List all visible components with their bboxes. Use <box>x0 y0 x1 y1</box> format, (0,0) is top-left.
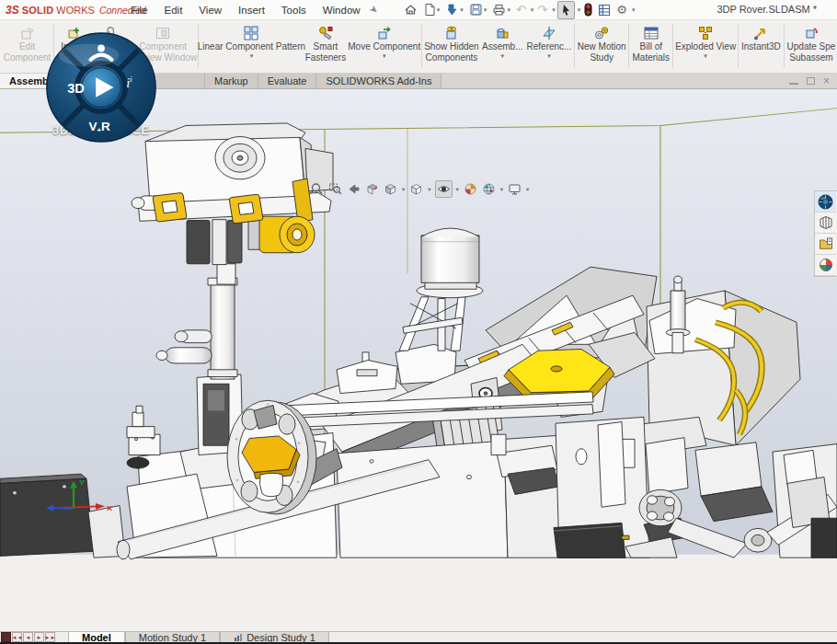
dropdown-arrow-icon[interactable]: ▾ <box>250 52 254 60</box>
3dexperience-compass-button[interactable]: 3D ii V+R <box>44 30 158 144</box>
edit-component-icon <box>19 24 36 41</box>
sheet-tab-navigation: ◄◄ ◄ ► ►► <box>0 632 55 642</box>
3dexperience-compass-icon[interactable] <box>815 191 836 213</box>
turret-disc[interactable] <box>227 400 316 514</box>
section-view-icon[interactable] <box>364 181 380 197</box>
dropdown-arrow-icon[interactable]: ▾ <box>383 52 386 60</box>
pin-menu-icon[interactable]: ➤ <box>367 3 381 17</box>
dropdown-arrow-icon[interactable]: ▾ <box>547 52 551 60</box>
first-tab-icon[interactable]: ◄◄ <box>12 632 22 642</box>
file-explorer-icon[interactable] <box>815 234 836 255</box>
ribbon-separator <box>574 24 575 68</box>
ribbon-separator <box>421 24 422 68</box>
dropdown-arrow-icon[interactable]: ▾ <box>500 186 503 193</box>
print-icon[interactable]: ▾ <box>490 1 512 19</box>
triad-x-label: X <box>107 503 112 512</box>
dropdown-arrow-icon[interactable]: ▾ <box>402 186 405 193</box>
update-speedpak-icon <box>803 24 820 41</box>
dropdown-arrow-icon[interactable]: ▾ <box>704 52 707 60</box>
bill-of-materials-icon <box>643 24 659 41</box>
instant3d-button[interactable]: Instant3D <box>740 23 783 52</box>
reference-geometry-icon <box>541 24 557 41</box>
linear-component-pattern-icon <box>243 24 259 41</box>
new-motion-study-icon <box>593 24 610 41</box>
task-pane <box>814 190 837 277</box>
heads-up-view-toolbar: ▾ ▾ ▾ ▾ ▾ <box>309 180 530 198</box>
appearances-scenes-icon[interactable] <box>815 255 836 276</box>
dropdown-arrow-icon[interactable]: ▾ <box>526 186 529 193</box>
view-settings-icon[interactable] <box>507 181 522 197</box>
hide-show-items-icon[interactable] <box>435 180 453 198</box>
solidworks-window: 3SSOLIDWORKSConnected File Edit View Ins… <box>0 0 837 644</box>
redo-icon: ↷ <box>535 1 549 19</box>
ribbon-separator <box>738 24 739 68</box>
previous-view-icon[interactable] <box>346 181 361 197</box>
view-orientation-icon[interactable] <box>383 181 398 197</box>
reference-geometry-button[interactable]: Referenc... ▾ <box>525 23 574 60</box>
restore-icon[interactable] <box>807 77 815 85</box>
menu-tools[interactable]: Tools <box>281 5 306 16</box>
home-icon[interactable] <box>402 1 419 19</box>
ribbon-separator <box>628 24 629 68</box>
edit-appearance-icon[interactable] <box>463 181 478 197</box>
dropdown-arrow-icon[interactable]: ▾ <box>501 52 505 60</box>
tab-splitter-handle[interactable] <box>1 632 11 642</box>
menu-file[interactable]: File <box>131 5 148 16</box>
instant3d-icon <box>752 24 769 41</box>
move-component-icon <box>376 24 393 41</box>
dropdown-arrow-icon[interactable]: ▾ <box>456 186 459 193</box>
title-bar: 3SSOLIDWORKSConnected File Edit View Ins… <box>0 0 837 20</box>
exploded-view-icon <box>697 24 714 41</box>
tab-markup[interactable]: Markup <box>205 74 258 88</box>
select-tool-icon[interactable] <box>557 1 575 19</box>
status-tab-bar: ◄◄ ◄ ► ►► Model Motion Study 1 Design St… <box>0 631 837 644</box>
close-icon[interactable]: × <box>823 77 830 86</box>
zoom-to-fit-icon[interactable] <box>309 181 325 197</box>
linear-component-pattern-button[interactable]: Linear Component Pattern ▾ <box>200 23 303 60</box>
update-speedpak-button[interactable]: Update SpeSubassem <box>785 23 837 63</box>
triad-y-label: Y <box>79 478 85 487</box>
save-icon[interactable]: ▾ <box>467 1 489 19</box>
zoom-to-area-icon[interactable] <box>327 181 343 197</box>
3ds-logo-icon: 3S <box>6 4 19 17</box>
move-component-button[interactable]: Move Component ▾ <box>348 23 420 60</box>
menu-edit[interactable]: Edit <box>165 5 183 16</box>
next-tab-icon[interactable]: ► <box>34 632 44 642</box>
compass-3d-label: 3D <box>67 81 85 96</box>
ribbon-separator <box>672 24 673 68</box>
tab-motion-study-1[interactable]: Motion Study 1 <box>125 632 220 642</box>
design-library-icon[interactable] <box>815 213 836 234</box>
assembly-features-button[interactable]: Assemb... ▾ <box>480 23 525 60</box>
options-gear-icon[interactable]: ⚙ <box>614 1 629 19</box>
minimize-icon[interactable] <box>789 78 798 85</box>
menu-bar: File Edit View Insert Tools Window <box>131 5 361 16</box>
dropdown-arrow-icon[interactable]: ▾ <box>428 186 430 193</box>
prev-tab-icon[interactable]: ◄ <box>23 632 33 642</box>
tab-model[interactable]: Model <box>68 632 125 642</box>
smart-fasteners-button[interactable]: SmartFasteners <box>304 23 349 63</box>
show-hidden-components-icon <box>443 24 460 41</box>
tab-design-study-1[interactable]: Design Study 1 <box>220 632 329 642</box>
apply-scene-icon[interactable] <box>481 181 497 197</box>
rebuild-table-icon[interactable] <box>596 1 613 19</box>
menu-insert[interactable]: Insert <box>238 5 265 16</box>
menu-view[interactable]: View <box>199 5 222 16</box>
new-document-icon[interactable]: ▾ <box>421 1 442 19</box>
solidworks-logo: 3SSOLIDWORKSConnected <box>6 4 123 17</box>
ribbon-separator <box>784 24 785 68</box>
open-document-icon[interactable]: ▾ <box>443 1 465 19</box>
document-title: 3DP Rover.SLDASM * <box>717 4 817 15</box>
tab-solidworks-addins[interactable]: SOLIDWORKS Add-Ins <box>316 74 441 88</box>
last-tab-icon[interactable]: ►► <box>45 632 55 642</box>
smart-fasteners-icon <box>317 24 334 41</box>
3d-viewport[interactable]: Y X ▾ ▾ ▾ ▾ ▾ <box>0 89 837 631</box>
document-window-controls: × <box>789 74 837 88</box>
display-style-icon[interactable] <box>408 181 424 197</box>
bill-of-materials-button[interactable]: Bill ofMaterials <box>630 23 671 63</box>
performance-stoplight-icon[interactable] <box>582 1 594 19</box>
tab-evaluate[interactable]: Evaluate <box>258 74 317 88</box>
show-hidden-components-button[interactable]: Show HiddenComponents <box>423 23 480 63</box>
new-motion-study-button[interactable]: New MotionStudy <box>576 23 627 63</box>
menu-window[interactable]: Window <box>323 5 361 16</box>
exploded-view-button[interactable]: Exploded View ▾ <box>674 23 737 60</box>
